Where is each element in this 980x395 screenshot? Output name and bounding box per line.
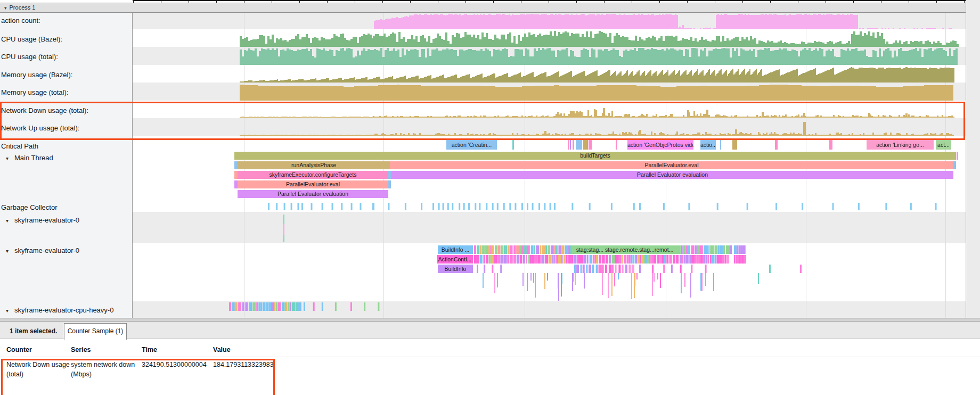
timeline-event-block[interactable]: action 'Linking go... xyxy=(867,140,934,150)
timeline-event-tick[interactable] xyxy=(570,140,571,150)
track-label-text: CPU usage (Bazel): xyxy=(1,35,62,43)
detail-panel: 1 item selected. Counter Sample (1) Coun… xyxy=(0,322,980,395)
timeline-event-block[interactable]: BuildInfo xyxy=(438,265,473,273)
track-label[interactable]: ▾skyframe-evaluator-0 xyxy=(1,216,79,224)
collapse-triangle-icon[interactable]: ▾ xyxy=(4,5,7,11)
collapse-triangle-icon[interactable]: ▾ xyxy=(6,248,14,254)
panel-divider[interactable] xyxy=(0,318,980,322)
track-label-panel: action count:CPU usage (Bazel):CPU usage… xyxy=(0,13,133,318)
col-header-series: Series xyxy=(71,346,91,353)
timeline-event-block[interactable]: Parallel Evaluator evaluation xyxy=(238,190,388,198)
timeline-event-block[interactable]: act... xyxy=(936,140,951,150)
track-label-text: Garbage Collector xyxy=(1,203,58,211)
timeline-event-tick[interactable] xyxy=(576,140,582,150)
track-label[interactable]: Memory usage (total): xyxy=(1,88,68,96)
track-label-text: skyframe-evaluator-cpu-heavy-0 xyxy=(14,306,113,314)
timeline-event-block[interactable]: ActionConti... xyxy=(437,255,473,264)
collapse-triangle-icon[interactable]: ▾ xyxy=(6,308,14,314)
timeline-right-margin xyxy=(966,0,980,318)
timeline-event-block[interactable]: BuildInfo ... xyxy=(438,245,473,254)
table-header-separator xyxy=(0,357,980,357)
track-label-text: skyframe-evaluator-0 xyxy=(14,216,79,224)
timeline-event-tick[interactable] xyxy=(957,152,958,160)
track-label[interactable]: Garbage Collector xyxy=(1,203,58,211)
process-header-row[interactable]: ▾Process 1 xyxy=(0,3,966,13)
track-label[interactable]: ▾Main Thread xyxy=(1,154,53,162)
timeline-event-tick[interactable] xyxy=(583,140,588,150)
timeline-event-block[interactable]: action 'Creatin... xyxy=(446,140,497,150)
timeline-event-block[interactable]: ParallelEvaluator.eval xyxy=(390,161,953,169)
trace-viewer-app: ▾Process 1 action count:CPU usage (Bazel… xyxy=(0,0,980,395)
track-label[interactable]: CPU usage (total): xyxy=(1,53,58,61)
selection-status: 1 item selected. xyxy=(10,327,57,335)
detail-table-area: Counter Series Time Value Network Down u… xyxy=(0,339,980,395)
timeline-event-tick[interactable] xyxy=(720,140,721,150)
highlight-box-network-rows xyxy=(0,102,965,140)
timeline-event-tick[interactable] xyxy=(953,161,956,169)
timeline-event-block[interactable]: action 'GenObjcProtos video/... xyxy=(627,140,693,150)
track-label[interactable]: Critical Path xyxy=(1,142,38,150)
track-label[interactable]: ▾skyframe-evaluator-cpu-heavy-0 xyxy=(1,306,113,314)
col-header-time: Time xyxy=(142,346,157,353)
timeline-event-tick[interactable] xyxy=(616,140,617,150)
track-label-text: CPU usage (total): xyxy=(1,53,58,61)
collapse-triangle-icon[interactable]: ▾ xyxy=(6,218,14,224)
col-header-value: Value xyxy=(213,346,231,353)
timeline-event-block[interactable]: buildTargets xyxy=(234,152,956,160)
timeline-event-tick[interactable] xyxy=(829,140,832,150)
timeline-event-block[interactable]: actio... xyxy=(700,140,716,150)
timeline-area[interactable]: action 'Creatin...action 'GenObjcProtos … xyxy=(133,13,966,318)
timeline-event-block[interactable]: runAnalysisPhase xyxy=(238,161,390,169)
track-label-text: Memory usage (total): xyxy=(1,88,68,96)
timeline-event-tick[interactable] xyxy=(775,140,778,150)
highlight-box-table xyxy=(1,359,275,395)
timeline-event-tick[interactable] xyxy=(568,140,569,150)
timeline-event-tick[interactable] xyxy=(388,180,391,188)
track-label[interactable]: Memory usage (Bazel): xyxy=(1,71,72,79)
track-label-text: Memory usage (Bazel): xyxy=(1,71,72,79)
timeline-event-tick[interactable] xyxy=(732,140,737,150)
col-header-counter: Counter xyxy=(6,346,32,353)
track-label[interactable]: action count: xyxy=(1,17,40,24)
track-label[interactable]: ▾skyframe-evaluator-0 xyxy=(1,246,79,254)
timeline-event-block[interactable]: Parallel Evaluator evaluation xyxy=(391,171,953,179)
timeline-event-block[interactable]: ParallelEvaluator.eval xyxy=(238,180,388,188)
track-label-text: Main Thread xyxy=(14,154,53,162)
collapse-triangle-icon[interactable]: ▾ xyxy=(6,155,14,161)
timeline-event-tick[interactable] xyxy=(589,140,592,150)
tab-counter-sample[interactable]: Counter Sample (1) xyxy=(64,323,127,340)
track-label-text: action count: xyxy=(1,17,40,24)
timeline-event-tick[interactable] xyxy=(512,140,514,150)
track-label-text: Critical Path xyxy=(1,142,38,150)
timeline-event-block[interactable]: stag:stag... stage.remote.stag...remot..… xyxy=(571,245,678,254)
timeline-event-block[interactable]: skyframeExecutor.configureTargets xyxy=(238,171,388,179)
timeline-event-tick[interactable] xyxy=(573,140,574,150)
track-label-text: skyframe-evaluator-0 xyxy=(14,246,79,254)
process-title: Process 1 xyxy=(10,4,36,11)
ruler-baseline xyxy=(133,0,966,1)
track-label[interactable]: CPU usage (Bazel): xyxy=(1,35,62,43)
